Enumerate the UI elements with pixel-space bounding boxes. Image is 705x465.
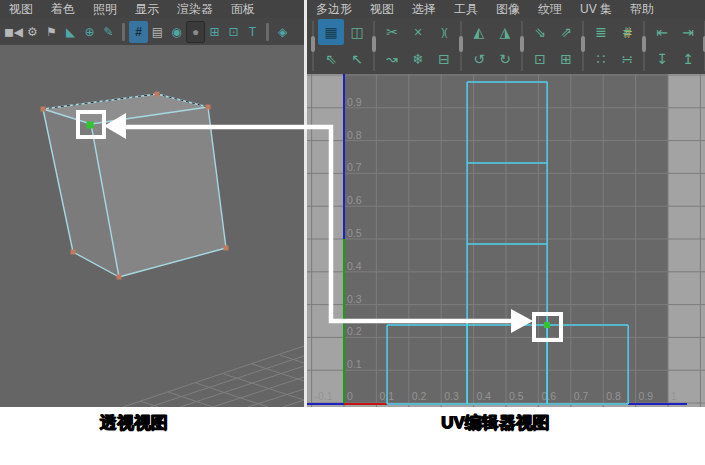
- v-axis-label: 0.3: [347, 293, 362, 305]
- uv-editor-canvas[interactable]: -0.100.10.20.30.40.50.60.70.80.910.10.20…: [307, 74, 705, 407]
- layout-uvs-icon[interactable]: ≣: [588, 19, 614, 45]
- uv-menu-2[interactable]: 选择: [403, 1, 445, 18]
- safe-title-icon[interactable]: T: [243, 21, 262, 43]
- u-axis-label: 0.7: [574, 390, 589, 402]
- caption-perspective-view: 透视视图: [59, 411, 209, 435]
- rotate-cw-icon[interactable]: ↻: [492, 46, 518, 72]
- align-min-u-icon[interactable]: ⇤: [649, 19, 675, 45]
- gear-icon[interactable]: ⚙: [23, 21, 42, 43]
- cut-uv-edges-icon[interactable]: ✂: [379, 19, 405, 45]
- v-axis-label: 0.9: [347, 96, 362, 108]
- u-axis-label: 0.2: [412, 390, 427, 402]
- uv-menu-7[interactable]: 帮助: [621, 1, 663, 18]
- screenshot-root: 视图着色照明显示渲染器面板 ◼◀⚙⚑◣⊕✎#▤◉●⊞⊡T◈ 多边形视图选择工具图…: [0, 0, 705, 465]
- flip-v-icon[interactable]: ◮: [492, 19, 518, 45]
- perspective-viewport[interactable]: [0, 45, 304, 407]
- pack-uvs-icon[interactable]: ∺: [614, 46, 640, 72]
- align-shells-icon[interactable]: ⇘: [527, 19, 553, 45]
- toolbar-separator[interactable]: [701, 18, 705, 74]
- select-edge-path-icon[interactable]: ⇖: [318, 46, 344, 72]
- resolution-gate-icon[interactable]: ◉: [167, 21, 186, 43]
- move-uv-shell-tool-icon[interactable]: ◫: [344, 19, 370, 45]
- toolbar-group: ⇤⇥↧↥: [649, 19, 701, 73]
- cube-display-icon[interactable]: ◈: [273, 21, 292, 43]
- u-axis-label: 0.6: [541, 390, 556, 402]
- shading-icon[interactable]: ◣: [61, 21, 80, 43]
- toolbar-group: ⇘⇗⊡⊞: [527, 19, 579, 73]
- split-uvs-icon[interactable]: ↝: [379, 46, 405, 72]
- panel-splitter[interactable]: [304, 0, 307, 407]
- toolbar-separator[interactable]: [640, 18, 649, 74]
- v-axis-label: 0.2: [347, 325, 362, 337]
- maya-ui: 视图着色照明显示渲染器面板 ◼◀⚙⚑◣⊕✎#▤◉●⊞⊡T◈ 多边形视图选择工具图…: [0, 0, 705, 407]
- uv-menu-5[interactable]: 纹理: [529, 1, 571, 18]
- u-axis-label: 0: [347, 390, 353, 402]
- toolbar-separator[interactable]: [518, 18, 527, 74]
- perspective-toolbar: ◼◀⚙⚑◣⊕✎#▤◉●⊞⊡T◈: [0, 18, 304, 45]
- persp-menu-4[interactable]: 渲染器: [168, 1, 222, 18]
- flip-u-icon[interactable]: ◭: [466, 19, 492, 45]
- uv-editor-menubar: 多边形视图选择工具图像纹理UV 集帮助: [307, 0, 705, 18]
- u-axis-label: -0.1: [315, 390, 333, 402]
- uv-menu-0[interactable]: 多边形: [307, 1, 361, 18]
- toolbar-separator[interactable]: [457, 18, 466, 74]
- v-axis-label: 0.7: [347, 161, 362, 173]
- gate-mask-icon[interactable]: ●: [186, 21, 205, 43]
- align-min-v-icon[interactable]: ↧: [649, 46, 675, 72]
- snap-grid-icon[interactable]: ⊞: [553, 46, 579, 72]
- grid-toggle-icon[interactable]: #: [129, 21, 148, 43]
- v-axis-label: 0.8: [347, 129, 362, 141]
- v-axis-label: 0.5: [347, 227, 362, 239]
- camera-icon[interactable]: ◼◀: [4, 21, 23, 43]
- delete-uvs-icon[interactable]: ×: [405, 19, 431, 45]
- toolbar-separator[interactable]: [370, 18, 379, 74]
- v-axis-label: 0.1: [347, 358, 362, 370]
- v-axis-label: 0.6: [347, 194, 362, 206]
- paint-brush-icon[interactable]: ✎: [99, 21, 118, 43]
- u-axis-label: 0.8: [606, 390, 621, 402]
- u-axis-label: 0.4: [477, 390, 492, 402]
- film-gate-icon[interactable]: ▤: [148, 21, 167, 43]
- snap-point-icon[interactable]: ⊡: [527, 46, 553, 72]
- transfer-uvs-icon[interactable]: ⇗: [553, 19, 579, 45]
- perspective-menubar: 视图着色照明显示渲染器面板: [0, 0, 304, 18]
- uv-menu-6[interactable]: UV 集: [571, 1, 621, 18]
- persp-menu-1[interactable]: 着色: [42, 1, 84, 18]
- persp-menu-0[interactable]: 视图: [0, 1, 42, 18]
- perspective-panel: 视图着色照明显示渲染器面板 ◼◀⚙⚑◣⊕✎#▤◉●⊞⊡T◈: [0, 0, 304, 407]
- randomize-uvs-icon[interactable]: ∷: [588, 46, 614, 72]
- u-axis-label: 0.9: [639, 390, 654, 402]
- toolbar-separator[interactable]: [579, 18, 588, 74]
- u-axis-label: 0.3: [444, 390, 459, 402]
- uv-menu-4[interactable]: 图像: [487, 1, 529, 18]
- align-max-u-icon[interactable]: ⇥: [675, 19, 701, 45]
- sew-uv-edges-icon[interactable]: )(: [431, 19, 457, 45]
- v-axis-label: 0.4: [347, 260, 362, 272]
- smudge-uv-tool-icon[interactable]: ⊟: [431, 46, 457, 72]
- persp-menu-2[interactable]: 照明: [84, 1, 126, 18]
- toolbar-group: ✂×)(↝❄⊟: [379, 19, 457, 73]
- toolbar-separator: [266, 23, 269, 41]
- align-max-v-icon[interactable]: ↥: [675, 46, 701, 72]
- grid-uvs-icon[interactable]: #: [614, 19, 640, 45]
- caption-uv-editor-view: UV编辑器视图: [418, 411, 573, 435]
- uv-editor-toolbar: ▦◫⇖↖✂×)(↝❄⊟◭◮↺↻⇘⇗⊡⊞≣#∷∺⇤⇥↧↥: [307, 18, 705, 74]
- uv-editor-panel: 多边形视图选择工具图像纹理UV 集帮助 ▦◫⇖↖✂×)(↝❄⊟◭◮↺↻⇘⇗⊡⊞≣…: [307, 0, 705, 407]
- rotate-ccw-icon[interactable]: ↺: [466, 46, 492, 72]
- safe-action-icon[interactable]: ⊡: [224, 21, 243, 43]
- toolbar-group: ▦◫⇖↖: [318, 19, 370, 73]
- uv-lattice-tool-icon[interactable]: ▦: [318, 19, 344, 45]
- uv-menu-3[interactable]: 工具: [445, 1, 487, 18]
- toolbar-separator: [122, 23, 125, 41]
- bookmark-icon[interactable]: ⚑: [42, 21, 61, 43]
- persp-menu-3[interactable]: 显示: [126, 1, 168, 18]
- uv-menu-1[interactable]: 视图: [361, 1, 403, 18]
- toolbar-separator[interactable]: [309, 18, 318, 74]
- persp-menu-5[interactable]: 面板: [222, 1, 264, 18]
- tweak-uv-tool-icon[interactable]: ↖: [344, 46, 370, 72]
- unfold-uvs-icon[interactable]: ❄: [405, 46, 431, 72]
- snap-move-icon[interactable]: ⊕: [80, 21, 99, 43]
- field-chart-icon[interactable]: ⊞: [205, 21, 224, 43]
- u-axis-label: 0.5: [509, 390, 524, 402]
- toolbar-group: ◭◮↺↻: [466, 19, 518, 73]
